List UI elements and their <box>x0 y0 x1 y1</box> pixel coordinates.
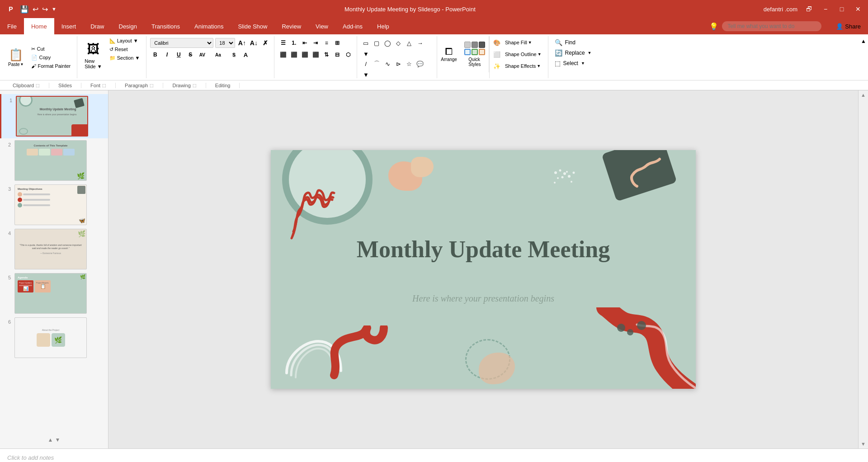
paste-button[interactable]: 📋 Paste▼ <box>4 38 28 76</box>
right-scroll-down[interactable]: ▼ <box>861 441 866 447</box>
new-slide-button[interactable]: 🖼 NewSlide ▼ <box>81 37 105 73</box>
replace-button[interactable]: 🔄 Replace ▼ <box>552 48 594 57</box>
slide-thumb-4[interactable]: 4 "This is a quote, thanks full of wisdo… <box>0 227 108 271</box>
line-spacing-btn[interactable]: ≡ <box>321 38 331 48</box>
tab-file[interactable]: File <box>0 18 24 34</box>
drawing-group-label[interactable]: Drawing ⬚ <box>163 83 206 88</box>
italic-btn[interactable]: I <box>162 50 172 60</box>
align-text-btn[interactable]: ⊟ <box>332 50 342 60</box>
smartart-btn[interactable]: ⬡ <box>343 50 353 60</box>
shape-line[interactable]: / <box>361 59 371 69</box>
find-button[interactable]: 🔍 Find <box>552 38 594 47</box>
shape-arrow[interactable]: → <box>415 38 425 48</box>
char-spacing-btn[interactable]: AV <box>197 50 207 60</box>
tab-help[interactable]: Help <box>370 18 396 34</box>
slide-thumb-2[interactable]: 2 Contents of This Template 🌿 <box>0 138 108 183</box>
slide-subtitle[interactable]: Here is where your presentation begins <box>412 293 554 304</box>
shape-oval[interactable]: ◯ <box>382 38 392 48</box>
maximize-btn[interactable]: □ <box>837 5 846 14</box>
align-right-btn[interactable]: ⬛ <box>300 50 310 60</box>
decrease-indent-btn[interactable]: ⇤ <box>300 38 310 48</box>
font-family-select[interactable]: Calibri Arial Times New Roman <box>150 38 213 48</box>
redo-btn[interactable]: ↪ <box>42 5 48 14</box>
text-direction-btn[interactable]: ⇅ <box>321 50 331 60</box>
undo-btn[interactable]: ↩ <box>33 5 38 14</box>
shape-curve[interactable]: ∿ <box>382 59 392 69</box>
tab-review[interactable]: Review <box>274 18 308 34</box>
strikethrough-btn[interactable]: S <box>185 50 195 60</box>
shape-more[interactable]: ▼ <box>361 49 371 59</box>
right-scroll-up[interactable]: ▲ <box>861 92 866 98</box>
font-group-label[interactable]: Font ⬚ <box>81 83 116 88</box>
arrange-button[interactable]: ⧠ Arrange <box>437 36 461 72</box>
decrease-font-size-btn[interactable]: A↓ <box>249 38 259 48</box>
collapse-ribbon-btn[interactable]: ▲ <box>859 36 868 78</box>
tell-me-input[interactable] <box>722 21 821 31</box>
share-btn[interactable]: 👤Share <box>836 23 861 30</box>
increase-indent-btn[interactable]: ⇥ <box>311 38 321 48</box>
align-left-btn[interactable]: ⬛ <box>278 50 288 60</box>
underline-btn[interactable]: U <box>174 50 184 60</box>
copy-button[interactable]: 📄Copy <box>28 54 74 61</box>
notes-bar[interactable]: Click to add notes <box>0 448 868 462</box>
shape-fill-button[interactable]: Shape Fill ▼ <box>502 38 535 47</box>
section-button[interactable]: 📁 Section ▼ <box>107 54 143 62</box>
restore-btn[interactable]: 🗗 <box>805 5 814 14</box>
shape-triangle[interactable]: △ <box>404 38 414 48</box>
font-color-btn[interactable]: A <box>241 50 250 60</box>
shape-outline-button[interactable]: Shape Outline ▼ <box>502 49 544 59</box>
save-btn[interactable]: 💾 <box>20 5 29 14</box>
slide-title[interactable]: Monthly Update Meeting <box>357 236 610 263</box>
quick-styles-button[interactable]: QuickStyles <box>461 36 489 72</box>
tab-addins[interactable]: Add-ins <box>335 18 370 34</box>
bold-btn[interactable]: B <box>150 50 160 60</box>
change-case-btn[interactable]: Aa <box>213 50 223 60</box>
shape-star[interactable]: ☆ <box>404 59 414 69</box>
lightbulb-icon: 💡 <box>709 22 718 31</box>
shape-arc[interactable]: ⌒ <box>372 59 382 69</box>
customize-quick-access[interactable]: ▼ <box>52 6 57 12</box>
reset-button[interactable]: ↺ Reset <box>107 46 143 53</box>
tab-slideshow[interactable]: Slide Show <box>231 18 274 34</box>
slide-thumb-5[interactable]: 5 Agenda Project Updates 📊 Project Repor… <box>0 271 108 316</box>
clipboard-group-label[interactable]: Clipboard ⬚ <box>4 83 49 88</box>
shape-effects-button[interactable]: Shape Effects ▼ <box>502 61 543 71</box>
format-painter-button[interactable]: 🖌Format Painter <box>28 62 74 70</box>
tab-draw[interactable]: Draw <box>83 18 111 34</box>
tab-insert[interactable]: Insert <box>54 18 84 34</box>
tab-transitions[interactable]: Transitions <box>144 18 187 34</box>
shape-rounded-rect[interactable]: ▢ <box>372 38 382 48</box>
shape-diamond[interactable]: ◇ <box>393 38 403 48</box>
clear-format-btn[interactable]: ✗ <box>260 38 270 48</box>
editing-group-label[interactable]: Editing <box>206 83 240 88</box>
cut-button[interactable]: ✂Cut <box>28 45 74 53</box>
slide-canvas[interactable]: Monthly Update Meeting Here is where you… <box>271 150 696 389</box>
slide-thumb-1[interactable]: 1 Monthly Update Meeting Here is where y… <box>0 94 108 138</box>
slide-thumb-6[interactable]: 6 About the Project 🌿 <box>0 316 108 360</box>
scroll-up-btn[interactable]: ▲ <box>48 437 53 443</box>
paragraph-group-label[interactable]: Paragraph ⬚ <box>116 83 163 88</box>
shape-chevron[interactable]: ⊳ <box>393 59 403 69</box>
layout-button[interactable]: 📐 Layout ▼ <box>107 37 143 45</box>
bullets-btn[interactable]: ☰ <box>278 38 288 48</box>
select-button[interactable]: ⬚ Select ▼ <box>552 59 594 68</box>
align-justify-btn[interactable]: ⬛ <box>311 50 321 60</box>
text-shadow-btn[interactable]: S <box>229 50 239 60</box>
minimize-btn[interactable]: − <box>821 5 830 14</box>
font-size-select[interactable]: 18 12 14 16 24 36 <box>215 38 235 48</box>
increase-font-size-btn[interactable]: A↑ <box>237 38 247 48</box>
align-center-btn[interactable]: ⬛ <box>289 50 299 60</box>
tab-view[interactable]: View <box>308 18 335 34</box>
slide-thumb-3[interactable]: 3 Meeting Objectives <box>0 183 108 227</box>
scroll-down-btn[interactable]: ▼ <box>55 437 61 443</box>
tab-animations[interactable]: Animations <box>187 18 231 34</box>
shape-callout[interactable]: 💬 <box>415 59 425 69</box>
shape-more2[interactable]: ▼ <box>361 70 371 80</box>
numbering-btn[interactable]: 1. <box>289 38 299 48</box>
tab-home[interactable]: Home <box>24 18 54 34</box>
slides-group-label[interactable]: Slides <box>49 83 81 88</box>
columns-btn[interactable]: ⊞ <box>332 38 342 48</box>
shape-rectangle[interactable]: ▭ <box>361 38 371 48</box>
close-btn[interactable]: ✕ <box>854 5 863 14</box>
tab-design[interactable]: Design <box>112 18 144 34</box>
